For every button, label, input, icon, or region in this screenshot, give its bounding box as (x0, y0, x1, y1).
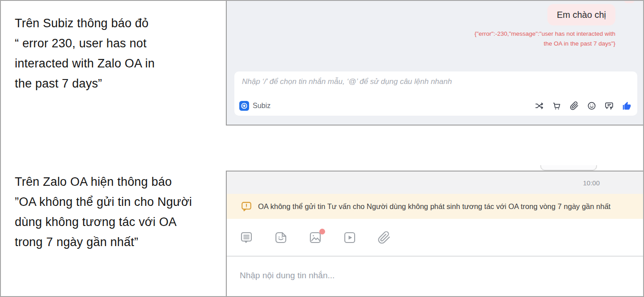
oa-warning-banner: OA không thể gửi tin Tư vấn cho Người dù… (227, 194, 643, 219)
notification-dot (319, 229, 325, 234)
annotation-line: dùng không tương tác với OA (15, 212, 192, 232)
annotation-line: Trên Subiz thông báo đỏ (15, 13, 155, 33)
api-error-line: the OA in the past 7 days"} (475, 39, 615, 49)
cutoff-message-bubble (624, 1, 634, 3)
video-icon[interactable] (343, 231, 356, 244)
message-template-icon[interactable] (240, 231, 253, 244)
annotation-line: the past 7 days” (15, 74, 155, 94)
zalo-message-input[interactable]: Nhập nội dung tin nhắn... (240, 271, 335, 280)
paperclip-icon[interactable] (570, 101, 579, 110)
subiz-logo-icon (239, 101, 249, 111)
subiz-composer: Nhập ‘/’ để chọn tin nhắn mẫu, ‘@’ để sử… (234, 71, 637, 116)
subiz-composer-input[interactable]: Nhập ‘/’ để chọn tin nhắn mẫu, ‘@’ để sử… (242, 77, 452, 86)
subiz-composer-toolbar: Subiz (239, 100, 631, 112)
channel-label: Subiz (253, 102, 271, 110)
image-upload-button[interactable] (309, 231, 322, 244)
annotation-line: Trên Zalo OA hiện thông báo (15, 172, 192, 192)
shuffle-icon[interactable] (535, 101, 544, 110)
zalo-composer-toolbar (227, 219, 643, 256)
channel-selector[interactable]: Subiz (239, 101, 271, 111)
outgoing-message-bubble: Em chào chị (547, 4, 615, 25)
message-timestamp: 10:00 (583, 179, 600, 187)
quick-reply-icon[interactable] (605, 101, 614, 110)
oa-warning-text: OA không thể gửi tin Tư vấn cho Người dù… (258, 202, 610, 211)
sticker-icon[interactable] (274, 231, 288, 244)
annotation-line: ”OA không thể gửi tin cho Người (15, 192, 192, 212)
cutoff-message-bubble (540, 165, 597, 171)
zalo-oa-chat-panel: 10:00 OA không thể gửi tin Tư vấn cho Ng… (226, 171, 643, 296)
emoji-icon[interactable] (587, 101, 596, 110)
api-error-text: {"error":-230,"message":"user has not in… (475, 29, 615, 49)
screenshot-canvas: Trên Subiz thông báo đỏ “ error 230, use… (0, 0, 644, 297)
annotation-line: interacted with Zalo OA in (15, 54, 155, 74)
zalo-error-annotation: Trên Zalo OA hiện thông báo ”OA không th… (15, 172, 192, 252)
subiz-error-annotation: Trên Subiz thông báo đỏ “ error 230, use… (15, 13, 155, 94)
cart-icon[interactable] (552, 101, 561, 110)
composer-actions (535, 101, 631, 111)
warning-bubble-icon (241, 201, 252, 212)
annotation-line: trong 7 ngày gần nhất” (15, 232, 192, 252)
thumbs-up-icon[interactable] (622, 101, 631, 111)
api-error-line: {"error":-230,"message":"user has not in… (475, 29, 615, 39)
subiz-chat-panel: Em chào chị {"error":-230,"message":"use… (226, 1, 643, 125)
attachment-icon[interactable] (377, 231, 391, 244)
conversation-header-strip: 10:00 (227, 172, 643, 194)
annotation-line: “ error 230, user has not (15, 33, 155, 54)
